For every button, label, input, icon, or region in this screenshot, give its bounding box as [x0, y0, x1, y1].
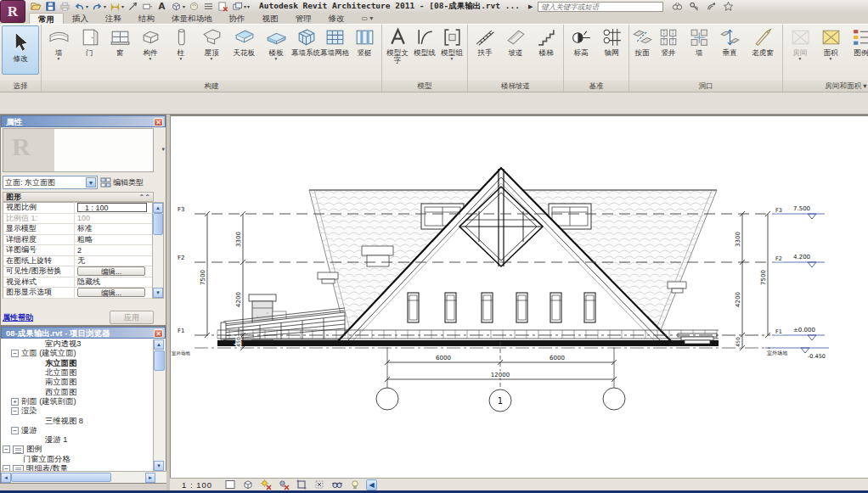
properties-scrollbar[interactable]: ▲ ▼: [152, 202, 164, 299]
scrollbar-thumb[interactable]: [11, 473, 111, 482]
switch-windows-icon[interactable]: [230, 1, 244, 12]
panel-label-基准[interactable]: 基准: [564, 81, 628, 92]
type-selector-dropdown[interactable]: 立面: 东立面图 ▼: [3, 176, 98, 189]
tool-面积[interactable]: 面积▾: [815, 25, 846, 60]
tree-item-东立面图[interactable]: 东立面图: [1, 359, 154, 368]
tree-item-立面 (建筑立面)[interactable]: −立面 (建筑立面): [1, 349, 154, 358]
tool-图例[interactable]: 图例: [846, 25, 868, 57]
dimension-icon[interactable]: [108, 1, 121, 12]
sun-path-off-icon[interactable]: [259, 479, 273, 490]
visual-style-icon[interactable]: [241, 479, 255, 490]
tool-竖梃[interactable]: 竖梃: [349, 25, 380, 57]
tree-item-门窗立面分格[interactable]: 门窗立面分格: [1, 455, 154, 464]
edit-type-button[interactable]: 编辑类型: [100, 177, 144, 188]
drawing-area[interactable]: F3 F2 F1 室外场地 7500 3300 4200 450 3300 42…: [170, 115, 868, 478]
viewbar-collapse-icon[interactable]: ◀: [366, 479, 377, 490]
tool-竖井[interactable]: 竖井: [653, 25, 684, 57]
value-视觉样式[interactable]: 隐藏线: [75, 277, 153, 288]
value-比例值 1:[interactable]: 100: [75, 214, 153, 222]
redo-dropdown-icon[interactable]: ▾: [104, 3, 106, 9]
tag-icon[interactable]: [140, 1, 154, 12]
ribbon-state-toggle-icon[interactable]: ▭ ▾: [362, 13, 374, 24]
tool-按面[interactable]: 按面: [631, 25, 653, 57]
tab-常用[interactable]: 常用: [29, 13, 64, 24]
view-scale-button[interactable]: 1 : 100: [182, 480, 212, 490]
tool-模型组-dropdown-icon[interactable]: ▾: [451, 57, 454, 60]
tool-楼板[interactable]: 楼板▾: [261, 25, 291, 60]
value-详图编号[interactable]: 2: [75, 246, 153, 255]
scrollbar-thumb[interactable]: [154, 350, 165, 371]
tool-模型文字[interactable]: 模型文字: [384, 25, 411, 65]
tool-幕墙系统[interactable]: 幕墙系统: [291, 25, 320, 57]
tool-房间[interactable]: 房间▾: [785, 25, 815, 60]
infocenter-search-input[interactable]: [538, 2, 663, 12]
tool-老虎窗[interactable]: 老虎窗: [745, 25, 781, 57]
tool-标高[interactable]: 标高: [566, 25, 596, 57]
search-binoculars-icon[interactable]: [670, 1, 684, 12]
tree-item-漫游 1[interactable]: 漫游 1: [1, 435, 154, 445]
tool-柱-dropdown-icon[interactable]: ▾: [180, 57, 183, 60]
tab-注释[interactable]: 注释: [97, 13, 130, 24]
tab-视图[interactable]: 视图: [254, 13, 287, 24]
tool-扶手[interactable]: 扶手: [470, 25, 500, 57]
value-input-视图比例[interactable]: 1 : 100: [75, 203, 153, 212]
scrollbar-thumb[interactable]: [153, 213, 163, 235]
tool-墙-dropdown-icon[interactable]: ▾: [58, 57, 60, 60]
scroll-right-icon[interactable]: ►: [145, 473, 155, 483]
grid-bubble-right[interactable]: [603, 388, 625, 410]
detail-level-icon[interactable]: [223, 479, 237, 490]
browser-vscrollbar[interactable]: ▲ ▼: [153, 339, 166, 471]
tree-item-漫游[interactable]: −漫游: [1, 426, 154, 435]
tree-item-北立面图[interactable]: 北立面图: [1, 368, 154, 378]
shadows-off-icon[interactable]: [277, 479, 290, 490]
measure-icon[interactable]: [126, 1, 139, 12]
panel-label-模型[interactable]: 模型: [382, 81, 467, 92]
subscription-key-icon[interactable]: [687, 1, 701, 12]
favorites-star-icon[interactable]: [721, 1, 735, 12]
panel-label-楼梯坡道[interactable]: 楼梯坡道: [468, 81, 563, 92]
switch-windows-dropdown-icon[interactable]: ▾: [244, 3, 246, 9]
tool-模型线[interactable]: 模型线: [411, 25, 438, 57]
properties-title-bar[interactable]: 属性 ✕: [1, 115, 166, 127]
tool-轴网[interactable]: 轴网: [596, 25, 627, 57]
tool-楼梯[interactable]: 楼梯: [531, 25, 561, 57]
tab-结构[interactable]: 结构: [130, 13, 163, 24]
dimension-dropdown-icon[interactable]: ▾: [121, 3, 124, 9]
value-详细程度[interactable]: 粗略: [75, 234, 153, 245]
tree-expander-icon[interactable]: −: [3, 445, 10, 453]
panel-label-房间和面积[interactable]: 房间和面积 ▾: [783, 81, 868, 92]
tool-坡道[interactable]: 坡道: [500, 25, 531, 57]
graphics-section-header[interactable]: 图形 ⌃⌃: [3, 192, 154, 202]
browser-hscrollbar[interactable]: ◄ ►: [1, 471, 167, 483]
undo-icon[interactable]: [72, 1, 86, 12]
tool-模型组[interactable]: 模型组▾: [438, 25, 465, 60]
render-icon[interactable]: [187, 1, 200, 12]
default-3d-view-dropdown-icon[interactable]: ▾: [183, 3, 185, 9]
edit-button-图形显示选项[interactable]: 编辑...: [75, 288, 153, 297]
scroll-up-icon[interactable]: ▲: [153, 203, 163, 213]
tree-expander-icon[interactable]: −: [11, 427, 19, 434]
temporary-hide-isolate-icon[interactable]: [330, 479, 344, 490]
tab-修改[interactable]: 修改: [320, 13, 353, 24]
tree-expander-icon[interactable]: +: [11, 398, 19, 406]
tool-构件[interactable]: 构件▾: [135, 25, 166, 60]
browser-title-bar[interactable]: 08-成果输出.rvt - 项目浏览器 ✕: [1, 327, 166, 339]
tab-管理[interactable]: 管理: [287, 13, 320, 24]
reveal-hidden-elements-icon[interactable]: [348, 479, 362, 490]
tree-item-明细表/数量[interactable]: −明细表/数量: [1, 464, 154, 471]
tab-插入[interactable]: 插入: [64, 13, 97, 24]
preview-expand-icon[interactable]: ▾: [161, 146, 165, 153]
value-在图纸上旋转[interactable]: 无: [75, 255, 153, 266]
apply-button[interactable]: 应用: [110, 311, 154, 324]
tool-修改[interactable]: 修改: [2, 25, 39, 75]
default-3d-view-icon[interactable]: [169, 1, 183, 12]
print-icon[interactable]: [58, 1, 71, 12]
panel-label-洞口[interactable]: 洞口: [629, 81, 782, 92]
communication-center-icon[interactable]: [704, 1, 718, 12]
title-flyout-arrow[interactable]: ▶: [528, 3, 533, 10]
panel-label-构建[interactable]: 构建: [42, 81, 381, 92]
tool-门[interactable]: 门: [74, 25, 104, 57]
properties-help-link[interactable]: 属性帮助: [3, 312, 33, 323]
undo-dropdown-icon[interactable]: ▾: [86, 3, 88, 9]
tool-天花板[interactable]: 天花板: [227, 25, 261, 57]
